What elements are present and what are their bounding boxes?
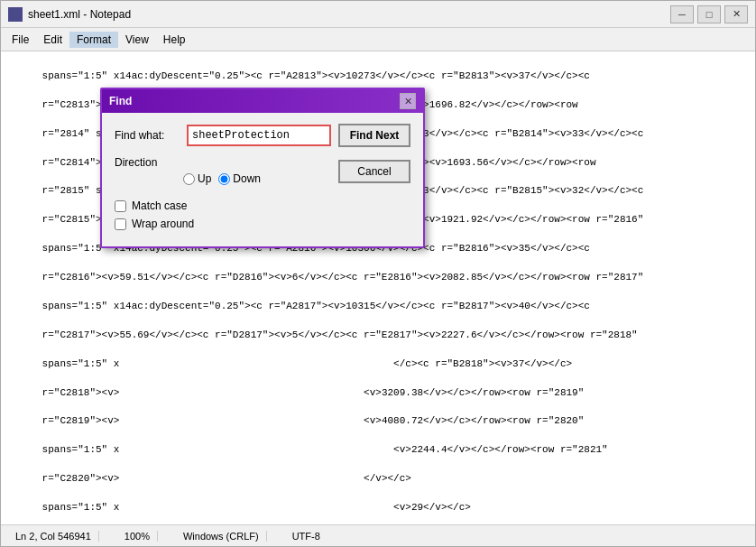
main-window: sheet1.xml - Notepad ─ □ ✕ File Edit For… xyxy=(0,0,756,547)
dialog-title-bar: Find ✕ xyxy=(102,89,423,113)
wrap-around-checkbox[interactable] xyxy=(115,218,126,230)
line-ending: Windows (CRLF) xyxy=(176,531,267,542)
content-area: spans="1:5" x14ac:dyDescent="0.25"><c r=… xyxy=(1,51,755,524)
code-line: spans="1:5" x xyxy=(42,444,120,455)
encoding: UTF-8 xyxy=(285,531,327,542)
menu-view[interactable]: View xyxy=(118,32,156,48)
find-dialog: Find ✕ Find what: Find Next Direction xyxy=(100,88,425,248)
code-line: r="C2817"><v>55.69</v></c><c r="D2817"><… xyxy=(42,329,638,340)
direction-down-label[interactable]: Down xyxy=(218,172,261,185)
window-title: sheet1.xml - Notepad xyxy=(28,8,670,21)
app-icon xyxy=(8,7,23,22)
find-next-button[interactable]: Find Next xyxy=(338,124,410,147)
maximize-button[interactable]: □ xyxy=(697,5,721,23)
direction-up-radio[interactable] xyxy=(183,173,195,185)
menu-file[interactable]: File xyxy=(5,32,36,48)
code-line: r="C2819"><v> xyxy=(42,415,120,426)
direction-down-text: Down xyxy=(233,172,261,185)
direction-up-text: Up xyxy=(198,172,211,185)
zoom-level: 100% xyxy=(117,531,158,542)
dialog-body: Find what: Find Next Direction Up xyxy=(102,113,423,246)
title-bar: sheet1.xml - Notepad ─ □ ✕ xyxy=(1,1,755,28)
code-line: spans="1:5" x14ac:dyDescent="0.25"><c r=… xyxy=(42,70,590,81)
code-line: spans="1:5" x14ac:dyDescent="0.25"><c r=… xyxy=(42,301,590,311)
direction-section: Direction Up Down xyxy=(115,156,329,192)
wrap-around-label[interactable]: Wrap around xyxy=(132,218,194,230)
cursor-position: Ln 2, Col 546941 xyxy=(8,531,99,542)
code-line: spans="1:5" x xyxy=(42,502,120,513)
find-what-input[interactable] xyxy=(187,125,331,146)
cancel-button[interactable]: Cancel xyxy=(338,160,410,183)
code-line: r="C2820"><v> xyxy=(42,473,120,484)
menu-format[interactable]: Format xyxy=(69,32,118,48)
status-bar: Ln 2, Col 546941 100% Windows (CRLF) UTF… xyxy=(1,524,755,546)
direction-label: Direction xyxy=(115,156,326,169)
code-line: spans="1:5" x xyxy=(42,358,120,369)
match-case-row: Match case xyxy=(115,199,410,212)
minimize-button[interactable]: ─ xyxy=(670,5,694,23)
match-case-checkbox[interactable] xyxy=(115,200,126,212)
menu-edit[interactable]: Edit xyxy=(36,32,69,48)
code-line: r="C2816"><v>59.51</v></c><c r="D2816"><… xyxy=(42,272,644,283)
menu-help[interactable]: Help xyxy=(156,32,193,48)
code-line: r="C2818"><v> xyxy=(42,387,120,398)
match-case-label[interactable]: Match case xyxy=(132,199,187,212)
direction-cancel-row: Direction Up Down xyxy=(115,156,410,192)
find-what-label: Find what: xyxy=(115,129,180,142)
direction-up-label[interactable]: Up xyxy=(183,172,211,185)
cancel-container: Cancel xyxy=(338,156,410,183)
close-button[interactable]: ✕ xyxy=(724,5,748,23)
direction-radio-group: Up Down xyxy=(115,172,329,185)
wrap-around-row: Wrap around xyxy=(115,218,410,230)
find-what-row: Find what: Find Next xyxy=(115,124,410,147)
dialog-title: Find xyxy=(109,95,132,107)
direction-down-radio[interactable] xyxy=(218,173,230,185)
dialog-close-button[interactable]: ✕ xyxy=(400,93,416,109)
menu-bar: File Edit Format View Help xyxy=(1,28,755,51)
window-controls: ─ □ ✕ xyxy=(670,5,748,23)
